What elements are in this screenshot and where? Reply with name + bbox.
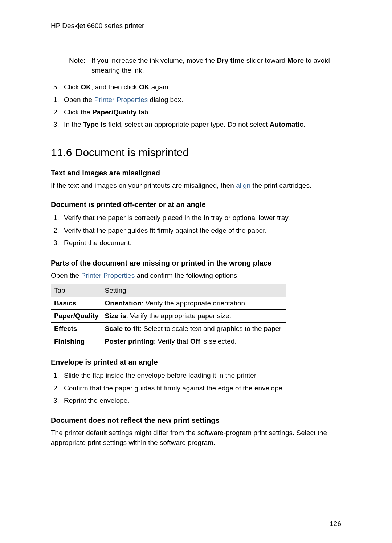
- text: tab.: [137, 108, 150, 116]
- bold-automatic: Automatic: [270, 121, 303, 128]
- list-item: Reprint the document.: [61, 238, 341, 248]
- bold-type-is: Type is: [83, 121, 106, 128]
- text: again.: [149, 83, 170, 91]
- bold-size-is: Size is: [105, 312, 126, 320]
- page-header: HP Deskjet 6600 series printer: [51, 22, 341, 30]
- page-number: 126: [330, 520, 341, 528]
- table-cell-tab: Basics: [51, 297, 102, 310]
- step-3: In the Type is field, select an appropri…: [61, 119, 341, 130]
- document-page: HP Deskjet 6600 series printer Note: If …: [0, 0, 392, 543]
- subheading-envelope-angle: Envelope is printed at an angle: [51, 358, 341, 366]
- link-printer-properties[interactable]: Printer Properties: [94, 96, 148, 104]
- section-heading-11-6: 11.6 Document is misprinted: [51, 146, 341, 159]
- text: : Verify the appropriate paper size.: [126, 312, 231, 320]
- list-item: Verify that the paper is correctly place…: [61, 212, 341, 223]
- steps-continued: Click OK, and then click OK again.: [61, 82, 341, 93]
- note-text-part: If you increase the ink volume, move the: [91, 57, 217, 64]
- bold-scale-to-fit: Scale to fit: [105, 325, 140, 332]
- table-cell-setting: Poster printing: Verify that Off is sele…: [102, 335, 286, 348]
- bold-orientation: Orientation: [105, 299, 142, 307]
- text: is selected.: [200, 337, 236, 345]
- text: : Verify that: [154, 337, 190, 345]
- subheading-misaligned: Text and images are misaligned: [51, 169, 341, 177]
- body-text: The printer default settings might diffe…: [51, 428, 341, 447]
- text: dialog box.: [148, 96, 183, 104]
- body-text: Open the Printer Properties and confirm …: [51, 271, 341, 281]
- table-cell-setting: Size is: Verify the appropriate paper si…: [102, 310, 286, 323]
- table-row: Paper/Quality Size is: Verify the approp…: [51, 310, 286, 323]
- note-bold-dry-time: Dry time: [217, 57, 244, 64]
- text: and confirm the following options:: [135, 272, 239, 279]
- table-cell-tab: Paper/Quality: [51, 310, 102, 323]
- table-cell-setting: Scale to fit: Select to scale text and g…: [102, 323, 286, 335]
- text: : Select to scale text and graphics to t…: [140, 325, 283, 332]
- text: In the: [64, 121, 83, 128]
- link-printer-properties[interactable]: Printer Properties: [81, 272, 135, 279]
- settings-table: Tab Setting Basics Orientation: Verify t…: [51, 284, 286, 348]
- subheading-missing-parts: Parts of the document are missing or pri…: [51, 259, 341, 267]
- text: , and then click: [91, 83, 139, 91]
- note-label: Note:: [69, 56, 91, 75]
- note-text: If you increase the ink volume, move the…: [91, 56, 341, 75]
- bold-paper-quality: Paper/Quality: [92, 108, 137, 116]
- note-text-part: slider toward: [244, 57, 287, 64]
- table-header-row: Tab Setting: [51, 284, 286, 297]
- text: the print cartridges.: [250, 182, 311, 189]
- list-item: Verify that the paper guides fit firmly …: [61, 225, 341, 236]
- bold-ok: OK: [139, 83, 150, 91]
- text: Click the: [64, 108, 92, 116]
- text: .: [303, 121, 305, 128]
- table-row: Effects Scale to fit: Select to scale te…: [51, 323, 286, 335]
- table-header-tab: Tab: [51, 284, 102, 297]
- list-item: Confirm that the paper guides fit firmly…: [61, 383, 341, 394]
- text: Open the: [51, 272, 81, 279]
- table-row: Finishing Poster printing: Verify that O…: [51, 335, 286, 348]
- text: : Verify the appropriate orientation.: [142, 299, 247, 307]
- steps-restart: Open the Printer Properties dialog box. …: [61, 94, 341, 130]
- body-text: If the text and images on your printouts…: [51, 181, 341, 191]
- note-block: Note: If you increase the ink volume, mo…: [69, 56, 341, 75]
- step-5: Click OK, and then click OK again.: [61, 82, 341, 93]
- list-item: Slide the flap inside the envelope befor…: [61, 370, 341, 381]
- text: Open the: [64, 96, 94, 104]
- bold-poster-printing: Poster printing: [105, 337, 154, 345]
- bold-ok: OK: [81, 83, 91, 91]
- table-header-setting: Setting: [102, 284, 286, 297]
- table-cell-setting: Orientation: Verify the appropriate orie…: [102, 297, 286, 310]
- table-cell-tab: Finishing: [51, 335, 102, 348]
- table-cell-tab: Effects: [51, 323, 102, 335]
- link-align[interactable]: align: [236, 182, 250, 189]
- text: If the text and images on your printouts…: [51, 182, 236, 189]
- step-2: Click the Paper/Quality tab.: [61, 107, 341, 118]
- subheading-off-center: Document is printed off-center or at an …: [51, 200, 341, 209]
- text: Click: [64, 83, 81, 91]
- steps-off-center: Verify that the paper is correctly place…: [61, 212, 341, 248]
- list-item: Reprint the envelope.: [61, 395, 341, 406]
- table-row: Basics Orientation: Verify the appropria…: [51, 297, 286, 310]
- steps-envelope: Slide the flap inside the envelope befor…: [61, 370, 341, 406]
- text: field, select an appropriate paper type.…: [106, 121, 270, 128]
- bold-off: Off: [190, 337, 200, 345]
- note-bold-more: More: [287, 57, 304, 64]
- subheading-new-settings: Document does not reflect the new print …: [51, 416, 341, 425]
- step-1: Open the Printer Properties dialog box.: [61, 94, 341, 105]
